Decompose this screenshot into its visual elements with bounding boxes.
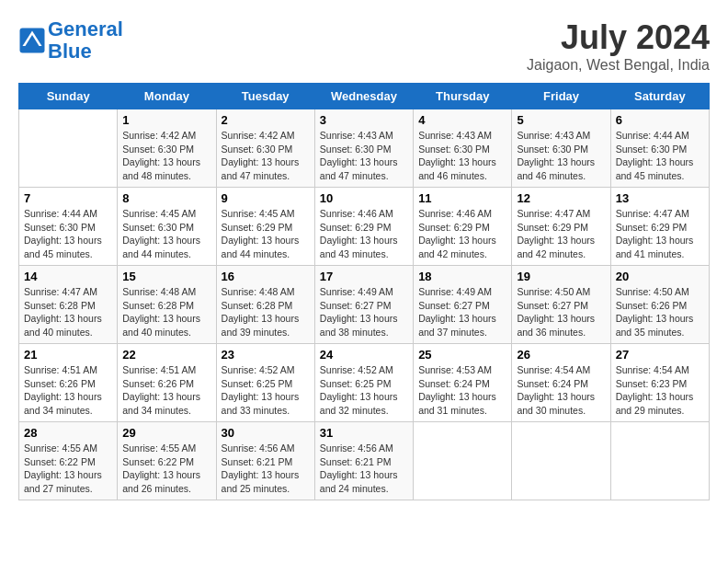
calendar-cell: 28 Sunrise: 4:55 AMSunset: 6:22 PMDaylig… xyxy=(19,422,118,500)
day-header-friday: Friday xyxy=(512,84,610,109)
day-number: 13 xyxy=(616,191,704,205)
cell-details: Sunrise: 4:47 AMSunset: 6:29 PMDaylight:… xyxy=(517,207,605,261)
calendar-cell: 27 Sunrise: 4:54 AMSunset: 6:23 PMDaylig… xyxy=(610,344,709,422)
day-number: 14 xyxy=(24,270,112,283)
cell-details: Sunrise: 4:54 AMSunset: 6:23 PMDaylight:… xyxy=(616,363,704,418)
calendar-cell: 31 Sunrise: 4:56 AMSunset: 6:21 PMDaylig… xyxy=(314,422,413,500)
location: Jaigaon, West Bengal, India xyxy=(527,57,710,74)
cell-details: Sunrise: 4:51 AMSunset: 6:26 PMDaylight:… xyxy=(122,363,210,418)
cell-details: Sunrise: 4:50 AMSunset: 6:27 PMDaylight:… xyxy=(517,285,605,339)
day-number: 11 xyxy=(418,191,506,205)
day-number: 30 xyxy=(222,426,310,440)
cell-details: Sunrise: 4:52 AMSunset: 6:25 PMDaylight:… xyxy=(222,363,310,418)
cell-details: Sunrise: 4:48 AMSunset: 6:28 PMDaylight:… xyxy=(222,285,310,339)
cell-details: Sunrise: 4:45 AMSunset: 6:29 PMDaylight:… xyxy=(222,207,310,261)
cell-details: Sunrise: 4:42 AMSunset: 6:30 PMDaylight:… xyxy=(222,129,310,183)
month-title: July 2024 xyxy=(527,18,710,57)
day-number: 27 xyxy=(616,348,704,362)
calendar-cell: 12 Sunrise: 4:47 AMSunset: 6:29 PMDaylig… xyxy=(512,188,610,266)
cell-details: Sunrise: 4:52 AMSunset: 6:25 PMDaylight:… xyxy=(320,363,408,418)
day-number: 2 xyxy=(222,113,310,127)
calendar-cell: 3 Sunrise: 4:43 AMSunset: 6:30 PMDayligh… xyxy=(314,109,413,188)
calendar-cell: 20 Sunrise: 4:50 AMSunset: 6:26 PMDaylig… xyxy=(610,266,709,344)
day-number: 28 xyxy=(24,426,112,440)
day-header-saturday: Saturday xyxy=(610,84,709,109)
cell-details: Sunrise: 4:43 AMSunset: 6:30 PMDaylight:… xyxy=(418,129,506,183)
calendar-cell xyxy=(414,422,512,500)
calendar-cell: 14 Sunrise: 4:47 AMSunset: 6:28 PMDaylig… xyxy=(19,266,118,344)
title-block: July 2024 Jaigaon, West Bengal, India xyxy=(527,18,710,74)
cell-details: Sunrise: 4:56 AMSunset: 6:21 PMDaylight:… xyxy=(222,442,310,496)
day-number: 1 xyxy=(122,113,210,127)
day-number: 9 xyxy=(222,191,310,205)
cell-details: Sunrise: 4:47 AMSunset: 6:28 PMDaylight:… xyxy=(24,285,112,339)
calendar-cell: 5 Sunrise: 4:43 AMSunset: 6:30 PMDayligh… xyxy=(512,109,610,188)
calendar-cell: 2 Sunrise: 4:42 AMSunset: 6:30 PMDayligh… xyxy=(216,109,314,188)
cell-details: Sunrise: 4:45 AMSunset: 6:30 PMDaylight:… xyxy=(122,207,210,261)
day-header-tuesday: Tuesday xyxy=(216,84,314,109)
calendar-cell xyxy=(610,422,709,500)
day-number: 24 xyxy=(320,348,408,362)
calendar-cell: 13 Sunrise: 4:47 AMSunset: 6:29 PMDaylig… xyxy=(610,188,709,266)
cell-details: Sunrise: 4:49 AMSunset: 6:27 PMDaylight:… xyxy=(418,285,506,339)
day-number: 31 xyxy=(320,426,408,440)
calendar-week-3: 14 Sunrise: 4:47 AMSunset: 6:28 PMDaylig… xyxy=(19,266,710,344)
calendar-week-1: 1 Sunrise: 4:42 AMSunset: 6:30 PMDayligh… xyxy=(19,109,710,188)
calendar-cell xyxy=(512,422,610,500)
cell-details: Sunrise: 4:55 AMSunset: 6:22 PMDaylight:… xyxy=(24,442,112,496)
day-number: 16 xyxy=(222,270,310,283)
day-number: 15 xyxy=(122,270,210,283)
cell-details: Sunrise: 4:43 AMSunset: 6:30 PMDaylight:… xyxy=(517,129,605,183)
cell-details: Sunrise: 4:49 AMSunset: 6:27 PMDaylight:… xyxy=(320,285,408,339)
cell-details: Sunrise: 4:56 AMSunset: 6:21 PMDaylight:… xyxy=(320,442,408,496)
day-number: 12 xyxy=(517,191,605,205)
calendar-week-2: 7 Sunrise: 4:44 AMSunset: 6:30 PMDayligh… xyxy=(19,188,710,266)
cell-details: Sunrise: 4:54 AMSunset: 6:24 PMDaylight:… xyxy=(517,363,605,418)
calendar-cell: 24 Sunrise: 4:52 AMSunset: 6:25 PMDaylig… xyxy=(314,344,413,422)
calendar-cell: 19 Sunrise: 4:50 AMSunset: 6:27 PMDaylig… xyxy=(512,266,610,344)
calendar-cell: 26 Sunrise: 4:54 AMSunset: 6:24 PMDaylig… xyxy=(512,344,610,422)
day-number: 18 xyxy=(418,270,506,283)
page-header: General Blue July 2024 Jaigaon, West Ben… xyxy=(18,18,710,74)
cell-details: Sunrise: 4:44 AMSunset: 6:30 PMDaylight:… xyxy=(616,129,704,183)
day-number: 7 xyxy=(24,191,112,205)
cell-details: Sunrise: 4:46 AMSunset: 6:29 PMDaylight:… xyxy=(418,207,506,261)
day-number: 6 xyxy=(616,113,704,127)
calendar-body: 1 Sunrise: 4:42 AMSunset: 6:30 PMDayligh… xyxy=(19,109,710,500)
day-number: 8 xyxy=(122,191,210,205)
day-header-sunday: Sunday xyxy=(19,84,118,109)
day-number: 25 xyxy=(418,348,506,362)
day-number: 21 xyxy=(24,348,112,362)
calendar-cell: 23 Sunrise: 4:52 AMSunset: 6:25 PMDaylig… xyxy=(216,344,314,422)
calendar-cell: 17 Sunrise: 4:49 AMSunset: 6:27 PMDaylig… xyxy=(314,266,413,344)
calendar-cell: 30 Sunrise: 4:56 AMSunset: 6:21 PMDaylig… xyxy=(216,422,314,500)
day-number: 4 xyxy=(418,113,506,127)
calendar-cell: 7 Sunrise: 4:44 AMSunset: 6:30 PMDayligh… xyxy=(19,188,118,266)
calendar-cell: 4 Sunrise: 4:43 AMSunset: 6:30 PMDayligh… xyxy=(414,109,512,188)
calendar-cell: 18 Sunrise: 4:49 AMSunset: 6:27 PMDaylig… xyxy=(414,266,512,344)
day-number: 19 xyxy=(517,270,605,283)
calendar-table: SundayMondayTuesdayWednesdayThursdayFrid… xyxy=(18,83,710,500)
cell-details: Sunrise: 4:43 AMSunset: 6:30 PMDaylight:… xyxy=(320,129,408,183)
day-number: 10 xyxy=(320,191,408,205)
day-number: 23 xyxy=(222,348,310,362)
cell-details: Sunrise: 4:51 AMSunset: 6:26 PMDaylight:… xyxy=(24,363,112,418)
day-header-thursday: Thursday xyxy=(414,84,512,109)
calendar-cell: 21 Sunrise: 4:51 AMSunset: 6:26 PMDaylig… xyxy=(19,344,118,422)
day-number: 22 xyxy=(122,348,210,362)
cell-details: Sunrise: 4:42 AMSunset: 6:30 PMDaylight:… xyxy=(122,129,210,183)
calendar-cell: 8 Sunrise: 4:45 AMSunset: 6:30 PMDayligh… xyxy=(118,188,216,266)
day-header-wednesday: Wednesday xyxy=(314,84,413,109)
cell-details: Sunrise: 4:47 AMSunset: 6:29 PMDaylight:… xyxy=(616,207,704,261)
calendar-cell: 9 Sunrise: 4:45 AMSunset: 6:29 PMDayligh… xyxy=(216,188,314,266)
cell-details: Sunrise: 4:46 AMSunset: 6:29 PMDaylight:… xyxy=(320,207,408,261)
day-number: 5 xyxy=(517,113,605,127)
calendar-week-5: 28 Sunrise: 4:55 AMSunset: 6:22 PMDaylig… xyxy=(19,422,710,500)
calendar-cell: 25 Sunrise: 4:53 AMSunset: 6:24 PMDaylig… xyxy=(414,344,512,422)
logo: General Blue xyxy=(18,18,123,63)
header-row: SundayMondayTuesdayWednesdayThursdayFrid… xyxy=(19,84,710,109)
cell-details: Sunrise: 4:53 AMSunset: 6:24 PMDaylight:… xyxy=(418,363,506,418)
calendar-cell: 6 Sunrise: 4:44 AMSunset: 6:30 PMDayligh… xyxy=(610,109,709,188)
calendar-cell: 15 Sunrise: 4:48 AMSunset: 6:28 PMDaylig… xyxy=(118,266,216,344)
logo-icon xyxy=(18,27,46,54)
